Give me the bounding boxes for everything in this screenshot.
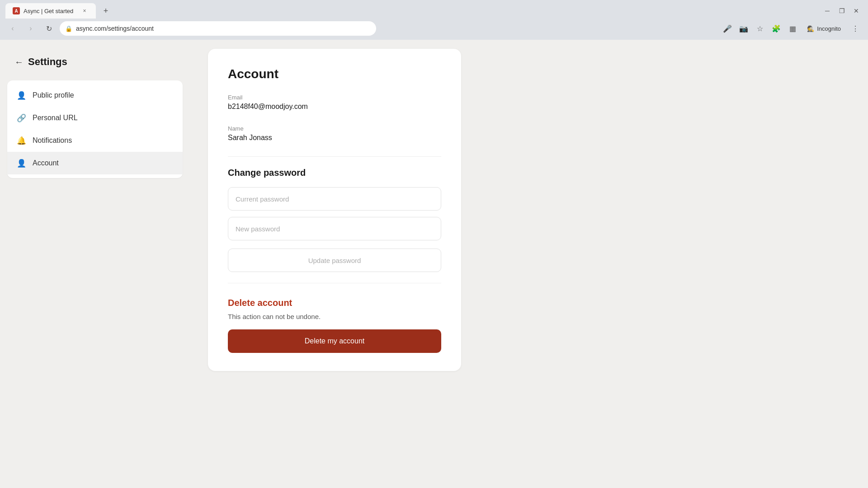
- sidebar-item-label: Account: [33, 159, 59, 167]
- notifications-icon: 🔔: [16, 136, 26, 145]
- tab-title: Async | Get started: [24, 8, 77, 14]
- email-label: Email: [228, 94, 441, 101]
- tab-favicon: A: [13, 7, 20, 14]
- extensions-button[interactable]: 🧩: [769, 21, 783, 36]
- personal-url-icon: 🔗: [16, 113, 26, 123]
- name-section: Name Sarah Jonass: [228, 125, 441, 142]
- mic-button[interactable]: 🎤: [720, 21, 735, 36]
- divider-2: [228, 283, 441, 283]
- name-value: Sarah Jonass: [228, 134, 441, 142]
- content-card: Account Email b2148f40@moodjoy.com Name …: [208, 49, 461, 371]
- page-title: Account: [228, 67, 441, 81]
- sidebar-item-label: Personal URL: [33, 114, 78, 122]
- delete-account-title: Delete account: [228, 298, 441, 308]
- public-profile-icon: 👤: [16, 90, 26, 100]
- email-value: b2148f40@moodjoy.com: [228, 103, 441, 111]
- sidebar-item-label: Public profile: [33, 91, 74, 99]
- url-text: async.com/settings/account: [76, 25, 371, 32]
- sidebar-item-label: Notifications: [33, 136, 72, 145]
- new-tab-button[interactable]: +: [99, 5, 112, 17]
- change-password-title: Change password: [228, 168, 441, 178]
- restore-button[interactable]: ❐: [835, 5, 848, 17]
- back-button[interactable]: ‹: [5, 21, 20, 36]
- sidebar-nav: 👤 Public profile 🔗 Personal URL 🔔 Notifi…: [7, 80, 183, 178]
- browser-actions: 🎤 📷 ☆ 🧩 ▦ 🕵 Incognito ⋮: [720, 21, 863, 36]
- email-section: Email b2148f40@moodjoy.com: [228, 94, 441, 111]
- current-password-field: [228, 187, 441, 211]
- incognito-icon: 🕵: [807, 25, 814, 32]
- camera-button[interactable]: 📷: [736, 21, 751, 36]
- reload-button[interactable]: ↻: [42, 21, 56, 36]
- sidebar-header[interactable]: ← Settings: [7, 51, 183, 73]
- sidebar-item-notifications[interactable]: 🔔 Notifications: [7, 129, 183, 152]
- incognito-label: Incognito: [817, 25, 841, 32]
- new-password-field: [228, 217, 441, 240]
- bookmark-button[interactable]: ☆: [753, 21, 767, 36]
- main-content: Account Email b2148f40@moodjoy.com Name …: [190, 40, 868, 488]
- window-controls: ─ ❐ ✕: [821, 5, 863, 17]
- browser-chrome: A Async | Get started × + ─ ❐ ✕ ‹ › ↻ 🔒 …: [0, 0, 868, 40]
- sidebar-item-account[interactable]: 👤 Account: [7, 152, 183, 174]
- close-button[interactable]: ✕: [850, 5, 863, 17]
- sidebar-title: Settings: [28, 56, 67, 68]
- delete-account-description: This action can not be undone.: [228, 313, 441, 320]
- delete-account-section: Delete account This action can not be un…: [228, 298, 441, 353]
- browser-tab[interactable]: A Async | Get started ×: [5, 3, 96, 19]
- current-password-input[interactable]: [228, 187, 441, 211]
- divider: [228, 156, 441, 157]
- sidebar-item-personal-url[interactable]: 🔗 Personal URL: [7, 107, 183, 129]
- change-password-section: Change password Update password: [228, 168, 441, 272]
- sidebar-button[interactable]: ▦: [785, 21, 800, 36]
- name-label: Name: [228, 125, 441, 132]
- minimize-button[interactable]: ─: [821, 5, 834, 17]
- lock-icon: 🔒: [65, 25, 72, 32]
- address-bar-row: ‹ › ↻ 🔒 async.com/settings/account 🎤 📷 ☆…: [0, 18, 868, 40]
- sidebar: ← Settings 👤 Public profile 🔗 Personal U…: [0, 40, 190, 488]
- sidebar-item-public-profile[interactable]: 👤 Public profile: [7, 84, 183, 107]
- new-password-input[interactable]: [228, 217, 441, 240]
- account-icon: 👤: [16, 158, 26, 168]
- incognito-button[interactable]: 🕵 Incognito: [802, 23, 846, 34]
- page-content: ← Settings 👤 Public profile 🔗 Personal U…: [0, 40, 868, 488]
- update-password-button[interactable]: Update password: [228, 249, 441, 272]
- address-bar[interactable]: 🔒 async.com/settings/account: [60, 21, 376, 36]
- chrome-menu-button[interactable]: ⋮: [848, 21, 863, 36]
- tab-close-button[interactable]: ×: [80, 7, 89, 15]
- title-bar: A Async | Get started × + ─ ❐ ✕: [0, 0, 868, 18]
- back-icon: ←: [14, 57, 24, 67]
- forward-button[interactable]: ›: [24, 21, 38, 36]
- delete-account-button[interactable]: Delete my account: [228, 329, 441, 353]
